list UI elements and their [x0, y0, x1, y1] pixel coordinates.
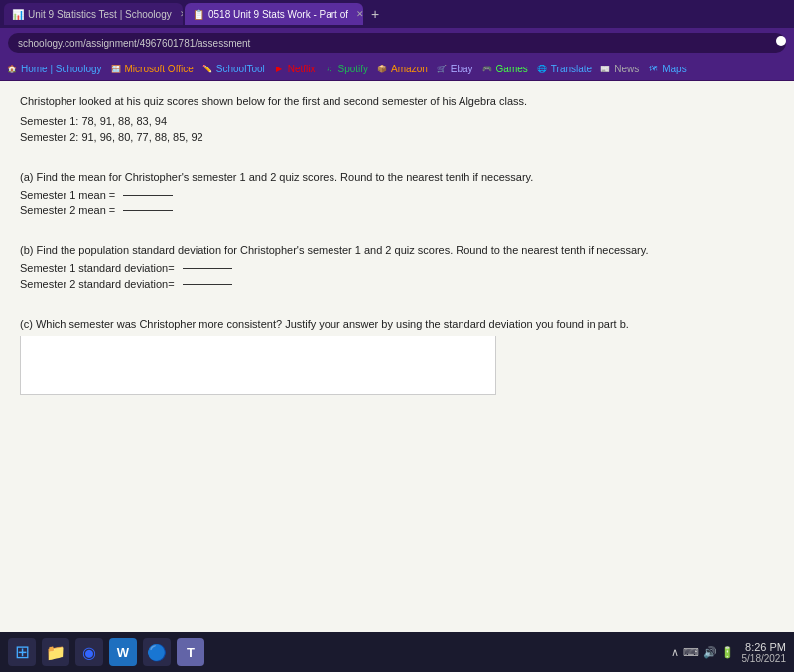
part-b-s2-blank — [183, 284, 232, 285]
bookmark-spotify[interactable]: ♫ Spotify — [324, 64, 369, 75]
part-a-s2-blank — [123, 210, 173, 211]
browser-circle — [776, 36, 786, 46]
bookmark-maps-label: Maps — [662, 64, 686, 74]
part-b-s1-answer: Semester 1 standard deviation= — [20, 262, 774, 274]
tab-2[interactable]: 📋 0518 Unit 9 Stats Work - Part of ✕ — [185, 3, 363, 25]
semester1-data: Semester 1: 78, 91, 88, 83, 94 — [20, 115, 774, 127]
tab-2-favicon: 📋 — [193, 9, 204, 20]
clock-date: 5/18/2021 — [742, 653, 787, 664]
games-icon: 🎮 — [481, 64, 493, 75]
bookmark-amazon-label: Amazon — [391, 64, 428, 74]
part-a-s1-answer: Semester 1 mean = — [20, 189, 774, 201]
part-a-section: (a) Find the mean for Christopher's seme… — [20, 171, 774, 216]
spotify-icon: ♫ — [324, 64, 335, 75]
address-bar[interactable]: schoology.com/assignment/4967601781/asse… — [8, 33, 786, 53]
netflix-icon: ▶ — [273, 64, 285, 75]
intro-section: Christopher looked at his quiz scores sh… — [20, 95, 774, 143]
taskbar-edge[interactable]: ◉ — [75, 638, 103, 666]
part-b-section: (b) Find the population standard deviati… — [20, 244, 774, 290]
bookmark-netflix[interactable]: ▶ Netflix — [273, 64, 316, 75]
taskbar-clock: 8:26 PM 5/18/2021 — [742, 641, 787, 664]
school-icon: ✏️ — [201, 64, 213, 75]
semester1-scores: 78, 91, 88, 83, 94 — [81, 115, 167, 127]
new-tab-button[interactable]: + — [365, 6, 385, 22]
part-a-label: (a) Find the mean for Christopher's seme… — [20, 171, 774, 183]
bookmark-school[interactable]: ✏️ SchoolTool — [201, 64, 265, 75]
tab-1[interactable]: 📊 Unit 9 Statistics Test | Schoology ✕ — [4, 3, 183, 25]
bookmark-home[interactable]: 🏠 Home | Schoology — [6, 64, 102, 75]
part-a-s2-answer: Semester 2 mean = — [20, 204, 774, 216]
taskbar-word[interactable]: W — [109, 638, 137, 666]
intro-text: Christopher looked at his quiz scores sh… — [20, 95, 774, 107]
part-c-section: (c) Which semester was Christopher more … — [20, 318, 774, 395]
semester1-label: Semester 1: — [20, 115, 78, 127]
semester2-data: Semester 2: 91, 96, 80, 77, 88, 85, 92 — [20, 131, 774, 143]
address-text: schoology.com/assignment/4967601781/asse… — [18, 38, 250, 49]
part-b-s2-answer: Semester 2 standard deviation= — [20, 278, 774, 290]
part-b-s1-label: Semester 1 standard deviation= — [20, 262, 175, 274]
bookmark-ebay[interactable]: 🛒 Ebay — [436, 64, 473, 75]
part-b-label: (b) Find the population standard deviati… — [20, 244, 774, 256]
semester2-scores: 91, 96, 80, 77, 88, 85, 92 — [81, 131, 202, 143]
address-bar-row: schoology.com/assignment/4967601781/asse… — [0, 28, 794, 58]
tab-bar: 📊 Unit 9 Statistics Test | Schoology ✕ 📋… — [0, 0, 794, 28]
translate-icon: 🌐 — [536, 64, 548, 75]
tab-2-label: 0518 Unit 9 Stats Work - Part of — [208, 9, 348, 20]
content-area: Christopher looked at his quiz scores sh… — [0, 81, 794, 632]
part-b-s1-blank — [183, 268, 232, 269]
bookmark-school-label: SchoolTool — [216, 64, 265, 74]
bookmark-news-label: News — [614, 64, 639, 74]
taskbar-keyboard-icon: ⌨ — [683, 646, 699, 659]
bookmark-games[interactable]: 🎮 Games — [481, 64, 528, 75]
part-c-answer-box[interactable] — [20, 336, 496, 395]
news-icon: 📰 — [599, 64, 611, 75]
taskbar-right: ∧ ⌨ 🔊 🔋 8:26 PM 5/18/2021 — [671, 641, 787, 664]
browser-chrome: 📊 Unit 9 Statistics Test | Schoology ✕ 📋… — [0, 0, 794, 81]
bookmark-translate[interactable]: 🌐 Translate — [536, 64, 592, 75]
bookmark-news[interactable]: 📰 News — [599, 64, 639, 75]
taskbar: ⊞ 📁 ◉ W 🔵 T ∧ ⌨ 🔊 🔋 8:26 PM 5/18/2021 — [0, 632, 794, 672]
tab-1-favicon: 📊 — [12, 9, 24, 20]
bookmark-translate-label: Translate — [551, 64, 592, 74]
tab-1-label: Unit 9 Statistics Test | Schoology — [28, 9, 172, 20]
bookmarks-bar: 🏠 Home | Schoology 🪟 Microsoft Office ✏️… — [0, 58, 794, 81]
part-a-s2-label: Semester 2 mean = — [20, 204, 115, 216]
part-a-s1-label: Semester 1 mean = — [20, 189, 115, 201]
clock-time: 8:26 PM — [742, 641, 787, 653]
tab-2-close[interactable]: ✕ — [356, 9, 363, 19]
amazon-icon: 📦 — [376, 64, 388, 75]
tab-1-close[interactable]: ✕ — [180, 9, 183, 19]
bookmark-amazon[interactable]: 📦 Amazon — [376, 64, 428, 75]
taskbar-chevron-icon: ∧ — [671, 646, 679, 659]
part-c-label: (c) Which semester was Christopher more … — [20, 318, 774, 330]
part-b-s2-label: Semester 2 standard deviation= — [20, 278, 175, 290]
taskbar-battery-icon: 🔋 — [721, 646, 734, 659]
bookmark-ms-label: Microsoft Office — [125, 64, 194, 74]
taskbar-volume-icon: 🔊 — [703, 646, 717, 659]
part-a-s1-blank — [123, 195, 173, 196]
bookmark-ebay-label: Ebay — [451, 64, 473, 74]
ebay-icon: 🛒 — [436, 64, 448, 75]
bookmark-games-label: Games — [496, 64, 528, 74]
bookmark-maps[interactable]: 🗺 Maps — [647, 64, 686, 75]
bookmark-spotify-label: Spotify — [338, 64, 369, 74]
ms-icon: 🪟 — [110, 64, 122, 75]
bookmark-netflix-label: Netflix — [288, 64, 316, 74]
taskbar-file-explorer[interactable]: 📁 — [42, 638, 69, 666]
bookmark-home-label: Home | Schoology — [21, 64, 102, 74]
bookmark-ms[interactable]: 🪟 Microsoft Office — [110, 64, 194, 75]
taskbar-teams[interactable]: T — [177, 638, 204, 666]
home-icon: 🏠 — [6, 64, 18, 75]
taskbar-sys-icons: ∧ ⌨ 🔊 🔋 — [671, 646, 734, 659]
taskbar-search[interactable]: ⊞ — [8, 638, 36, 666]
maps-icon: 🗺 — [647, 64, 659, 75]
taskbar-chrome[interactable]: 🔵 — [143, 638, 171, 666]
semester2-label: Semester 2: — [20, 131, 78, 143]
